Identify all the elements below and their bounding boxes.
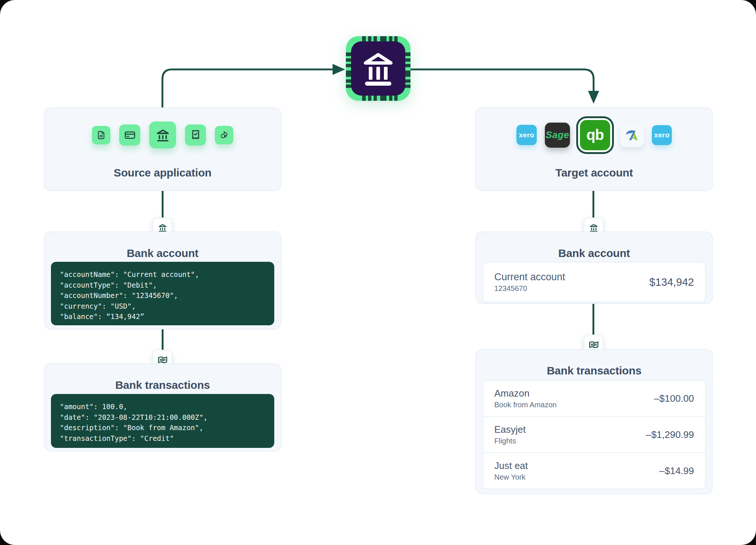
transaction-row: Easyjet Flights –$1,290.99: [483, 416, 705, 452]
target-bank-transactions-card: Bank transactions Amazon Book from Amazo…: [475, 349, 713, 494]
target-account-card: xero Sage qb xero Target account: [475, 107, 713, 191]
code-line: "balance": “134,942”: [60, 311, 271, 322]
connector-line: [162, 191, 164, 218]
source-application-title: Source application: [45, 167, 281, 179]
bank-chip-icon: [346, 36, 410, 101]
bank-account-title: Bank account: [476, 247, 712, 260]
xero-logo-text: xero: [654, 131, 670, 139]
transaction-name: Just eat: [494, 460, 528, 472]
code-line: "accountNumber": "12345670",: [60, 290, 271, 301]
bank-chip-logo: [346, 36, 410, 101]
bank-account-title: Bank account: [45, 247, 281, 260]
bank-transactions-json: "amount": 100.0, "date": "2023-08-22T10:…: [51, 394, 274, 448]
freeagent-logo-icon: [625, 128, 639, 143]
bank-tile: [149, 121, 176, 148]
banknote-icon: [588, 339, 599, 350]
freeagent-app-tile: [620, 123, 644, 147]
sync-tile: [215, 126, 233, 144]
transaction-amount: –$100.00: [654, 393, 694, 404]
code-line: "amount": 100.0,: [60, 401, 271, 412]
xero-logo-text: xero: [519, 131, 534, 139]
transaction-name: Amazon: [494, 388, 557, 399]
bank-transactions-title: Bank transactions: [476, 364, 712, 377]
transaction-name: Easyjet: [494, 424, 526, 435]
source-bank-transactions-card: Bank transactions "amount": 100.0, "date…: [44, 363, 281, 452]
transaction-description: Book from Amazon: [494, 401, 557, 409]
account-balance: $134,942: [649, 276, 694, 288]
code-line: "transactionType": "Credit": [60, 433, 271, 444]
transaction-amount: –$1,290.99: [646, 429, 694, 441]
transactions-list: Amazon Book from Amazon –$100.00 Easyjet…: [482, 380, 706, 489]
source-bank-account-card: Bank account "accountName": "Current acc…: [44, 232, 281, 329]
target-account-title: Target account: [476, 167, 712, 179]
credit-card-tile: [119, 124, 140, 145]
account-name: Current account: [494, 271, 565, 283]
bank-transactions-title: Bank transactions: [45, 379, 281, 391]
transaction-description: New York: [494, 473, 528, 481]
receipt-tile: [185, 124, 206, 145]
receipt-check-icon: [190, 129, 202, 141]
connector-line: [592, 191, 594, 218]
target-bank-account-card: Bank account Current account 12345670 $1…: [475, 232, 713, 304]
bank-account-json: "accountName": "Current account", "accou…: [51, 262, 274, 325]
sync-exchange-icon: [219, 130, 229, 140]
file-document-icon: [96, 130, 106, 140]
transaction-row: Amazon Book from Amazon –$100.00: [483, 381, 705, 416]
account-summary-row: Current account 12345670 $134,942: [482, 262, 706, 302]
sage-app-tile: Sage: [545, 123, 570, 148]
connector-line: [592, 303, 594, 336]
bank-icon: [589, 223, 599, 233]
code-line: "date": "2023-08-22T10:21:00.000Z",: [60, 412, 271, 423]
source-application-card: Source application: [44, 107, 281, 191]
sage-logo-text: Sage: [546, 129, 569, 141]
xero-app-tile: xero: [652, 125, 672, 145]
bank-icon: [155, 127, 171, 143]
quickbooks-logo-text: qb: [587, 127, 604, 143]
bank-icon: [158, 223, 168, 233]
transaction-amount: –$14.99: [659, 465, 694, 477]
target-app-row: xero Sage qb xero: [476, 108, 712, 162]
code-line: "description": "Book from Amazon",: [60, 422, 271, 433]
source-icon-row: [45, 108, 281, 162]
diagram-canvas: Source application xero Sage qb: [0, 0, 756, 545]
transaction-row: Just eat New York –$14.99: [483, 452, 705, 489]
connector-line: [162, 329, 164, 351]
transaction-description: Flights: [494, 437, 526, 445]
credit-card-icon: [124, 129, 136, 141]
account-number: 12345670: [494, 284, 565, 293]
code-line: "currency": "USD",: [60, 301, 271, 312]
code-line: "accountType": "Debit",: [60, 280, 271, 291]
document-tile: [92, 126, 110, 144]
code-line: "accountName": "Current account",: [60, 269, 271, 280]
xero-app-tile: xero: [516, 125, 537, 145]
quickbooks-app-tile-selected: qb: [580, 120, 610, 150]
